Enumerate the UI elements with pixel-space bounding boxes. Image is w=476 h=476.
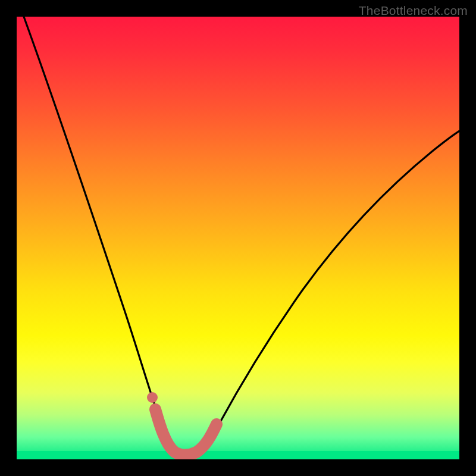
gradient-plot-area [17,17,459,459]
green-baseline-strip [17,451,459,459]
watermark-text: TheBottleneck.com [359,4,468,18]
